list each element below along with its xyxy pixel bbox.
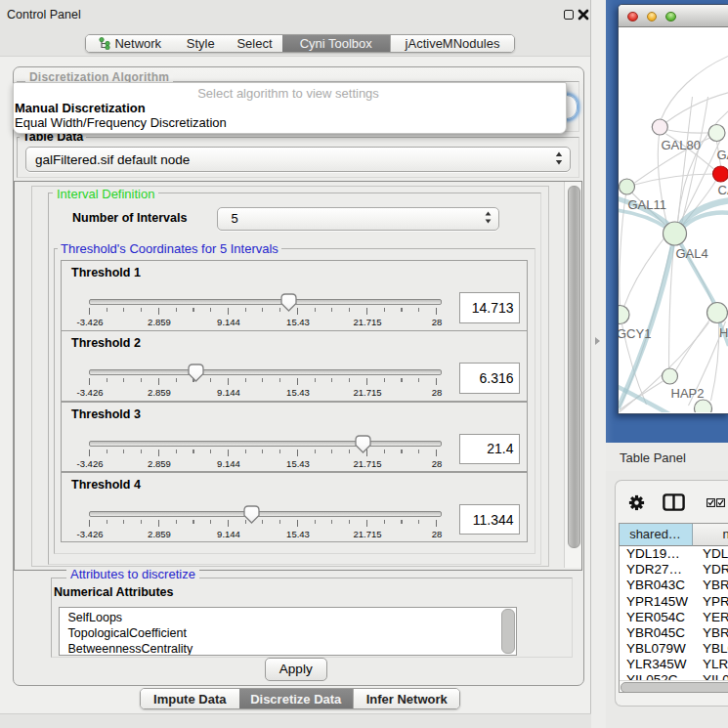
svg-text:GAL11: GAL11 (628, 197, 667, 212)
svg-text:HAP2: HAP2 (671, 386, 705, 401)
svg-text:CA: CA (718, 183, 728, 197)
svg-text:H: H (719, 325, 728, 340)
svg-text:GAL80: GAL80 (662, 138, 701, 152)
svg-text:GCY1: GCY1 (619, 326, 651, 341)
svg-text:GA: GA (717, 148, 728, 162)
svg-text:GAL4: GAL4 (676, 246, 708, 261)
